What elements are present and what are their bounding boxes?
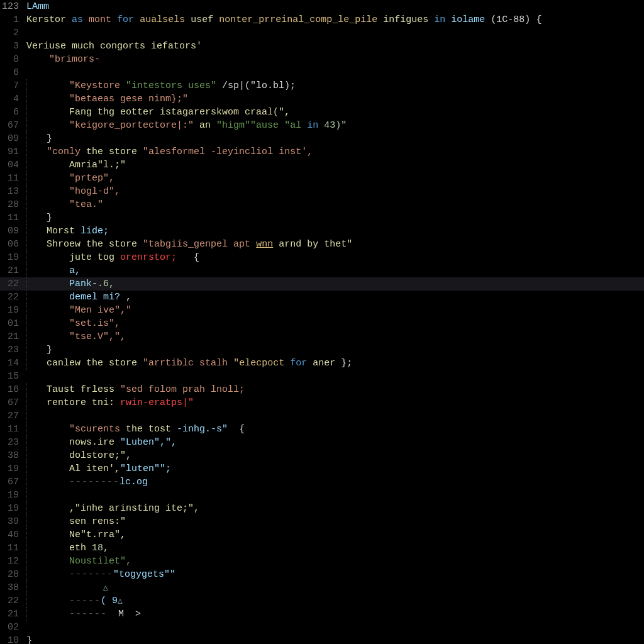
code-line[interactable]: "set.is",	[26, 317, 644, 330]
code-line[interactable]: Amria"l.;"	[26, 158, 644, 172]
code-line[interactable]	[26, 66, 644, 79]
line-number: 91	[0, 145, 19, 158]
code-line[interactable]: "tea."	[26, 198, 644, 211]
warning-triangle-icon: △	[103, 581, 108, 594]
line-number: 19	[0, 304, 19, 317]
code-line[interactable]: "brimors-	[26, 53, 644, 66]
code-line[interactable]: demel mi? ,	[26, 291, 644, 304]
code-line[interactable]: Al iten',"luten"";	[26, 462, 644, 475]
line-number-gutter: 123 1 2 3 8 6 7 4 6 67 09 91 04 11 13 28…	[0, 0, 24, 644]
line-number: 13	[0, 185, 19, 198]
code-line[interactable]	[26, 370, 644, 383]
line-number: 28	[0, 568, 19, 581]
line-number: 22	[0, 594, 19, 608]
code-line[interactable]: dolstore;",	[26, 449, 644, 462]
code-line[interactable]: "Men ive","	[26, 304, 644, 317]
line-number: 06	[0, 238, 19, 251]
line-number: 12	[0, 555, 19, 568]
line-number: 67	[0, 396, 19, 409]
code-line[interactable]: ,"inhe arinsting ite;",	[26, 502, 644, 515]
code-line[interactable]: }	[26, 634, 644, 644]
line-number: 23	[0, 343, 19, 357]
line-number: 38	[0, 581, 19, 594]
line-number: 02	[0, 621, 19, 634]
code-line[interactable]: "hogl-d",	[26, 185, 644, 198]
line-number: 01	[0, 317, 19, 330]
code-line[interactable]: △	[26, 581, 644, 594]
code-line-highlighted[interactable]: Pank-.6,	[0, 277, 644, 291]
breadcrumb-line: LAmm	[26, 0, 644, 13]
chevron-icon: △	[118, 594, 123, 608]
code-line[interactable]: Noustilet",	[26, 555, 644, 568]
code-line[interactable]: sen rens:"	[26, 515, 644, 528]
code-line[interactable]: --------lc.og	[26, 475, 644, 489]
code-line[interactable]: Morst lide;	[26, 225, 644, 238]
code-line[interactable]: }	[26, 343, 644, 357]
code-line[interactable]: Shroew the store "tabgiis_genpel apt wnn…	[26, 238, 644, 251]
line-number: 19	[0, 489, 19, 502]
code-line[interactable]: "scurents the tost -inhg.-s" {	[26, 423, 644, 436]
code-line[interactable]: rentore tni: rwin-eratps|"	[26, 396, 644, 409]
line-number: 15	[0, 370, 19, 383]
code-line[interactable]: }	[26, 211, 644, 225]
code-editor[interactable]: 123 1 2 3 8 6 7 4 6 67 09 91 04 11 13 28…	[0, 0, 644, 644]
chevron-right-icon: >	[135, 609, 141, 619]
line-number: 39	[0, 515, 19, 528]
line-number: 8	[0, 53, 19, 66]
line-number: 11	[0, 423, 19, 436]
code-line[interactable]	[26, 621, 644, 634]
line-number: 19	[0, 502, 19, 515]
line-number: 14	[0, 357, 19, 370]
code-line[interactable]: nows.ire "Luben",",	[26, 436, 644, 449]
code-line[interactable]: Kerstor as mont for aualsels usef nonter…	[26, 13, 644, 26]
code-line[interactable]: -------"togygets""	[26, 568, 644, 581]
line-number: 67	[0, 119, 19, 132]
code-line[interactable]: ------ M >	[26, 608, 644, 621]
line-number: 1	[0, 13, 19, 26]
line-number: 11	[0, 541, 19, 555]
line-number: 6	[0, 106, 19, 119]
line-number: 21	[0, 608, 19, 621]
code-line[interactable]: a,	[26, 264, 644, 277]
code-line[interactable]	[26, 26, 644, 40]
code-area[interactable]: LAmm Kerstor as mont for aualsels usef n…	[24, 0, 644, 644]
line-number: 6	[0, 66, 19, 79]
code-line[interactable]: }	[26, 132, 644, 145]
code-line[interactable]: Ne"t.rra",	[26, 528, 644, 541]
line-number: 09	[0, 132, 19, 145]
line-number: 19	[0, 251, 19, 264]
code-line[interactable]: "keigore_portectore|:" an "higm""ause "a…	[26, 119, 644, 132]
code-line[interactable]: eth 18,	[26, 541, 644, 555]
line-number: 46	[0, 528, 19, 541]
code-line[interactable]	[26, 409, 644, 423]
line-number: 22	[0, 291, 19, 304]
code-line[interactable]: "conly the store "alesformel -leyincliol…	[26, 145, 644, 158]
line-number: 16	[0, 383, 19, 396]
code-line[interactable]: Veriuse much congorts iefators'	[26, 40, 644, 53]
line-number: 04	[0, 158, 19, 172]
code-line[interactable]: "betaeas gese ninm};"	[26, 92, 644, 106]
line-number: 09	[0, 225, 19, 238]
code-line[interactable]	[26, 489, 644, 502]
line-number: 4	[0, 92, 19, 106]
line-number: 67	[0, 475, 19, 489]
line-number: 2	[0, 26, 19, 40]
line-number: 3	[0, 40, 19, 53]
top-line-number: 123	[0, 0, 19, 13]
line-number: 28	[0, 198, 19, 211]
line-number: 11	[0, 172, 19, 185]
line-number: 27	[0, 409, 19, 423]
line-number: 21	[0, 330, 19, 343]
code-line[interactable]: "Keystore "intestors uses" /sp|("lo.bl);	[26, 79, 644, 92]
line-number: 38	[0, 449, 19, 462]
code-line[interactable]: canlew the store "arrtiblc stalh "elecpo…	[26, 357, 644, 370]
code-line[interactable]: "prtep",	[26, 172, 644, 185]
code-line[interactable]: "tse.V",",	[26, 330, 644, 343]
code-line[interactable]: jute tog orenrstor; {	[26, 251, 644, 264]
line-number: 11	[0, 211, 19, 225]
code-line[interactable]: -----( 9△	[26, 594, 644, 608]
line-number: 10	[0, 634, 19, 644]
line-number: 23	[0, 436, 19, 449]
code-line[interactable]: Taust frless "sed folom prah lnoll;	[26, 383, 644, 396]
code-line[interactable]: Fang thg eotter istagarerskwom craal(",	[26, 106, 644, 119]
